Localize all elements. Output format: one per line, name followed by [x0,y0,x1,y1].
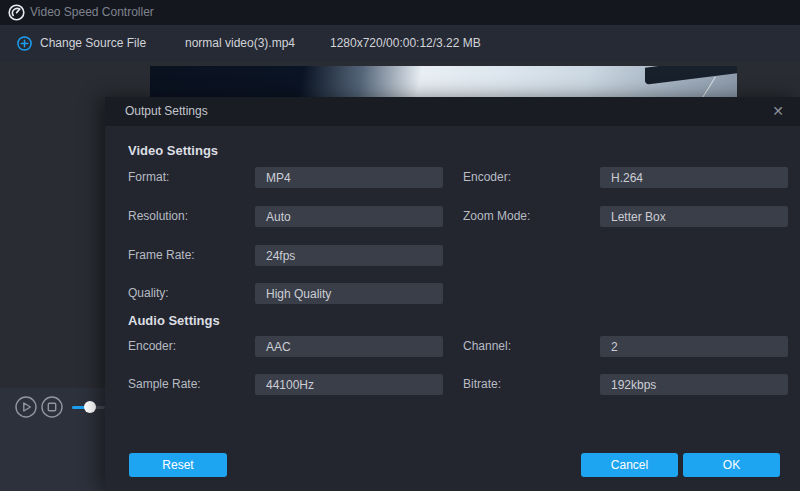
sample-rate-label: Sample Rate: [128,374,201,395]
frame-rate-value: 24fps [266,249,295,263]
channel-value: 2 [611,340,618,354]
output-settings-dialog: Output Settings ✕ Video Settings Audio S… [105,97,800,491]
source-toolbar: Change Source File normal video(3).mp4 1… [0,25,800,62]
channel-dropdown[interactable]: 2 [600,336,788,357]
app-window: Video Speed Controller Change Source Fil… [0,0,800,491]
speedometer-logo-icon [8,4,25,21]
zoom-mode-value: Letter Box [611,210,666,224]
video-contrail-line [701,77,716,97]
video-encoder-value: H.264 [611,171,643,185]
bitrate-dropdown[interactable]: 192kbps [600,374,788,395]
bitrate-value: 192kbps [611,378,656,392]
audio-settings-heading: Audio Settings [128,313,220,328]
video-settings-heading: Video Settings [128,143,218,158]
resolution-label: Resolution: [128,206,188,227]
source-file-info: 1280x720/00:00:12/3.22 MB [330,25,481,62]
ok-button[interactable]: OK [683,453,780,477]
resolution-value: Auto [266,210,291,224]
bitrate-label: Bitrate: [463,374,501,395]
audio-encoder-value: AAC [266,340,291,354]
speed-slider-knob[interactable] [84,401,96,413]
app-title: Video Speed Controller [30,0,154,25]
format-label: Format: [128,167,169,188]
video-engine-shape [645,66,737,85]
zoom-mode-label: Zoom Mode: [463,206,530,227]
resolution-dropdown[interactable]: Auto [255,206,443,227]
channel-label: Channel: [463,336,511,357]
dialog-title: Output Settings [125,97,208,126]
add-circle-icon[interactable] [17,36,32,51]
cancel-button[interactable]: Cancel [581,453,678,477]
source-filename: normal video(3).mp4 [185,25,295,62]
quality-dropdown[interactable]: High Quality [255,283,443,304]
video-encoder-label: Encoder: [463,167,511,188]
sample-rate-dropdown[interactable]: 44100Hz [255,374,443,395]
audio-encoder-label: Encoder: [128,336,176,357]
format-dropdown[interactable]: MP4 [255,167,443,188]
audio-encoder-dropdown[interactable]: AAC [255,336,443,357]
reset-button[interactable]: Reset [129,453,227,477]
quality-value: High Quality [266,287,331,301]
format-value: MP4 [266,171,291,185]
dialog-header: Output Settings ✕ [105,97,800,126]
quality-label: Quality: [128,283,169,304]
sample-rate-value: 44100Hz [266,378,314,392]
play-button[interactable] [15,396,37,418]
video-encoder-dropdown[interactable]: H.264 [600,167,788,188]
stop-button[interactable] [41,396,63,418]
close-icon[interactable]: ✕ [772,97,784,126]
title-bar: Video Speed Controller [0,0,800,25]
video-preview [150,66,737,97]
frame-rate-label: Frame Rate: [128,245,195,266]
frame-rate-dropdown[interactable]: 24fps [255,245,443,266]
change-source-button[interactable]: Change Source File [40,25,146,62]
zoom-mode-dropdown[interactable]: Letter Box [600,206,788,227]
